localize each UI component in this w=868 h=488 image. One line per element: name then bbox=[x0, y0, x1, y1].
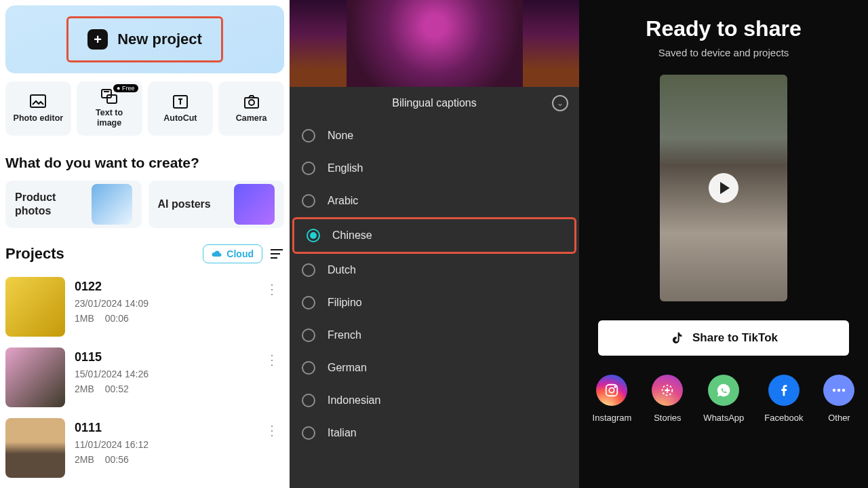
project-item[interactable]: 0111 11/01/2024 16:12 2MB00:56 ⋮ bbox=[5, 413, 284, 483]
share-stories[interactable]: Stories bbox=[652, 375, 683, 423]
option-label: Italian bbox=[328, 427, 357, 439]
project-meta: 1MB00:06 bbox=[75, 313, 250, 324]
more-icon[interactable]: ⋮ bbox=[260, 348, 284, 372]
caption-option-french[interactable]: French bbox=[290, 319, 579, 352]
project-name: 0122 bbox=[75, 280, 250, 294]
cloud-label: Cloud bbox=[226, 248, 254, 259]
cloud-icon bbox=[212, 250, 222, 258]
share-label: Instagram bbox=[593, 413, 632, 423]
tool-text-to-image[interactable]: ● Free Text to image bbox=[77, 81, 142, 136]
radio-icon bbox=[302, 263, 315, 277]
caption-option-german[interactable]: German bbox=[290, 352, 579, 384]
tool-photo-editor[interactable]: Photo editor bbox=[5, 81, 71, 136]
radio-icon bbox=[302, 361, 315, 375]
project-info: 0115 15/01/2024 14:26 2MB00:52 bbox=[75, 348, 250, 394]
autocut-icon bbox=[172, 94, 189, 109]
project-date: 23/01/2024 14:09 bbox=[75, 298, 250, 309]
radio-icon bbox=[307, 229, 320, 242]
project-meta: 2MB00:56 bbox=[75, 454, 250, 465]
radio-icon bbox=[302, 329, 315, 342]
tool-camera[interactable]: Camera bbox=[218, 81, 284, 136]
svg-point-11 bbox=[837, 389, 840, 392]
whatsapp-icon bbox=[708, 375, 739, 406]
share-whatsapp[interactable]: WhatsApp bbox=[703, 375, 744, 423]
project-info: 0122 23/01/2024 14:09 1MB00:06 bbox=[75, 277, 250, 324]
captions-options: None English Arabic Chinese Dutch Filipi… bbox=[290, 119, 579, 449]
captions-panel-column: Bilingual captions ⌄ None English Arabic… bbox=[290, 0, 579, 488]
camera-icon bbox=[243, 94, 260, 109]
share-facebook[interactable]: Facebook bbox=[764, 375, 803, 423]
option-label: Filipino bbox=[328, 297, 362, 309]
radio-icon bbox=[302, 129, 315, 143]
svg-point-5 bbox=[249, 100, 254, 105]
project-info: 0111 11/01/2024 16:12 2MB00:56 bbox=[75, 418, 250, 465]
project-item[interactable]: 0122 23/01/2024 14:09 1MB00:06 ⋮ bbox=[5, 271, 284, 342]
more-icon bbox=[823, 375, 854, 406]
product-photos-thumb bbox=[92, 184, 132, 225]
create-ai-posters[interactable]: AI posters bbox=[149, 181, 285, 228]
option-label: Indonesian bbox=[328, 394, 380, 407]
projects-header: Projects Cloud bbox=[5, 244, 284, 263]
caption-option-italian[interactable]: Italian bbox=[290, 417, 579, 449]
share-instagram[interactable]: Instagram bbox=[593, 375, 632, 423]
project-name: 0115 bbox=[75, 350, 250, 364]
option-label: Dutch bbox=[328, 264, 356, 276]
sort-icon[interactable] bbox=[269, 248, 284, 260]
more-icon[interactable]: ⋮ bbox=[260, 277, 284, 301]
radio-icon bbox=[302, 194, 315, 208]
share-title: Ready to share bbox=[646, 16, 801, 41]
new-project-card: + New project bbox=[5, 5, 284, 73]
svg-point-10 bbox=[833, 389, 835, 392]
caption-option-indonesian[interactable]: Indonesian bbox=[290, 384, 579, 417]
create-label: Product photos bbox=[15, 191, 56, 218]
cloud-button[interactable]: Cloud bbox=[203, 244, 262, 263]
caption-option-dutch[interactable]: Dutch bbox=[290, 254, 579, 286]
share-other[interactable]: Other bbox=[823, 375, 854, 423]
caption-option-filipino[interactable]: Filipino bbox=[290, 286, 579, 319]
caption-option-chinese[interactable]: Chinese bbox=[292, 217, 576, 254]
radio-icon bbox=[302, 162, 315, 175]
caption-option-arabic[interactable]: Arabic bbox=[290, 185, 579, 217]
exported-video-thumb[interactable] bbox=[660, 75, 787, 301]
share-label: Stories bbox=[654, 413, 681, 423]
tools-row: Photo editor ● Free Text to image AutoCu… bbox=[5, 81, 284, 136]
home-panel: + New project Photo editor ● Free Text t… bbox=[0, 0, 290, 488]
radio-icon bbox=[302, 296, 315, 309]
facebook-icon bbox=[768, 375, 800, 406]
option-label: German bbox=[328, 362, 367, 374]
tool-autocut[interactable]: AutoCut bbox=[148, 81, 214, 136]
create-product-photos[interactable]: Product photos bbox=[5, 181, 142, 228]
plus-icon: + bbox=[87, 29, 108, 50]
option-label: French bbox=[328, 329, 361, 341]
project-meta: 2MB00:52 bbox=[75, 383, 250, 394]
option-label: English bbox=[328, 162, 363, 174]
project-item[interactable]: 0115 15/01/2024 14:26 2MB00:52 ⋮ bbox=[5, 342, 284, 413]
share-targets: Instagram Stories WhatsApp Facebook Othe… bbox=[589, 375, 859, 423]
instagram-icon bbox=[596, 375, 627, 406]
caption-option-none[interactable]: None bbox=[290, 119, 579, 152]
free-badge: ● Free bbox=[113, 84, 138, 92]
new-project-button[interactable]: + New project bbox=[66, 16, 223, 62]
new-project-label: New project bbox=[117, 31, 202, 48]
collapse-icon[interactable]: ⌄ bbox=[552, 95, 568, 111]
project-name: 0111 bbox=[75, 421, 250, 435]
play-icon bbox=[709, 173, 738, 203]
projects-title: Projects bbox=[5, 245, 64, 263]
more-icon[interactable]: ⋮ bbox=[260, 418, 284, 443]
preview-content bbox=[347, 0, 523, 87]
share-to-tiktok-button[interactable]: Share to TikTok bbox=[598, 320, 849, 356]
share-label: Facebook bbox=[764, 413, 803, 423]
create-label: AI posters bbox=[158, 198, 211, 211]
create-row: Product photos AI posters bbox=[5, 181, 284, 228]
create-heading: What do you want to create? bbox=[5, 155, 284, 171]
caption-option-english[interactable]: English bbox=[290, 152, 579, 185]
captions-header: Bilingual captions ⌄ bbox=[290, 87, 579, 119]
project-thumb bbox=[5, 277, 65, 337]
bilingual-captions-panel: Bilingual captions ⌄ None English Arabic… bbox=[290, 87, 579, 488]
tool-label: Photo editor bbox=[14, 113, 64, 124]
share-panel: Ready to share Saved to device and proje… bbox=[579, 0, 868, 488]
project-date: 11/01/2024 16:12 bbox=[75, 439, 250, 450]
svg-rect-0 bbox=[31, 95, 45, 107]
video-preview bbox=[290, 0, 579, 87]
svg-point-7 bbox=[610, 388, 614, 392]
